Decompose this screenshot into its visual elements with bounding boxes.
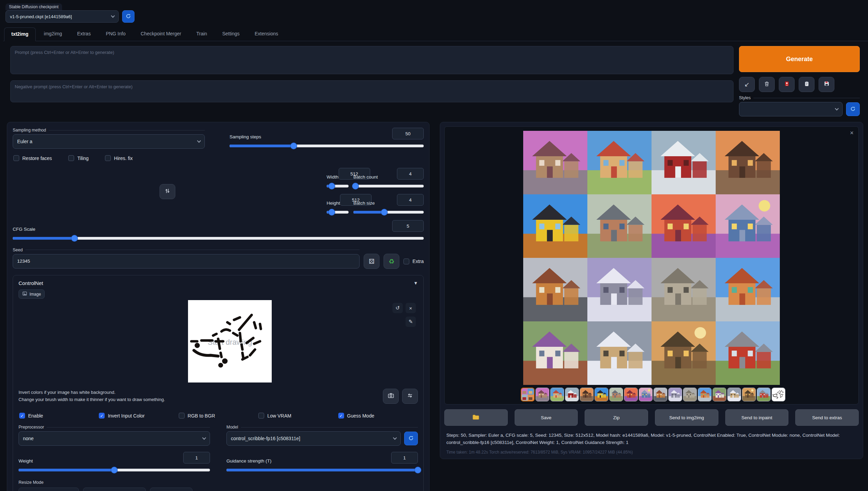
thumbnail-11[interactable] bbox=[683, 388, 697, 401]
preprocessor-dropdown[interactable]: none bbox=[19, 431, 210, 446]
tab-png-info[interactable]: PNG Info bbox=[99, 27, 132, 41]
gallery-image-7[interactable] bbox=[652, 194, 716, 258]
controlnet-header[interactable]: ControlNet ▼ bbox=[19, 280, 418, 286]
thumbnail-14[interactable] bbox=[727, 388, 741, 401]
tab-img2img[interactable]: img2img bbox=[37, 27, 69, 41]
tab-txt2img[interactable]: txt2img bbox=[4, 27, 36, 41]
zip-button[interactable]: Zip bbox=[585, 409, 648, 426]
close-gallery-button[interactable]: × bbox=[850, 129, 854, 137]
paste-arrow-button[interactable]: ↙ bbox=[739, 77, 755, 92]
thumbnail-1[interactable] bbox=[536, 388, 549, 401]
thumbnail-13[interactable] bbox=[713, 388, 726, 401]
thumbnail-3[interactable] bbox=[565, 388, 579, 401]
batch-count-slider[interactable] bbox=[353, 183, 424, 189]
send-to-extras-button[interactable]: Send to extras bbox=[795, 409, 859, 426]
thumbnail-16[interactable] bbox=[757, 388, 771, 401]
send-to-img2img-button[interactable]: Send to img2img bbox=[655, 409, 718, 426]
thumbnail-4[interactable] bbox=[580, 388, 594, 401]
gallery-image-9[interactable] bbox=[523, 258, 587, 321]
open-folder-button[interactable] bbox=[444, 409, 508, 426]
gallery-image-1[interactable] bbox=[523, 131, 587, 194]
thumbnail-15[interactable] bbox=[742, 388, 756, 401]
undo-button[interactable]: ↺ bbox=[392, 303, 403, 313]
send-to-inpaint-button[interactable]: Send to inpaint bbox=[725, 409, 789, 426]
extra-networks-card-button[interactable] bbox=[779, 77, 795, 92]
tab-extras[interactable]: Extras bbox=[70, 27, 98, 41]
save-button[interactable]: Save bbox=[515, 409, 578, 426]
swap-width-height-button[interactable] bbox=[160, 184, 175, 199]
controlnet-canvas[interactable]: Start drawing bbox=[188, 300, 272, 382]
reuse-seed-button[interactable]: ♻ bbox=[384, 254, 399, 269]
refresh-styles-button[interactable] bbox=[846, 102, 860, 116]
thumbnail-10[interactable] bbox=[668, 388, 682, 401]
controlnet-rgb-to-bgr-checkbox[interactable]: RGB to BGR bbox=[179, 413, 258, 419]
tab-settings[interactable]: Settings bbox=[215, 27, 247, 41]
resize-mode-just-resize[interactable]: Just Resize bbox=[150, 488, 192, 491]
cfg-scale-slider[interactable] bbox=[13, 235, 424, 241]
gallery-image-5[interactable] bbox=[523, 194, 587, 258]
batch-size-value[interactable]: 4 bbox=[397, 194, 424, 206]
prompt-input[interactable] bbox=[10, 46, 734, 74]
negative-prompt-input[interactable] bbox=[10, 80, 734, 102]
thumbnail-grid[interactable] bbox=[521, 388, 535, 401]
controlnet-model-dropdown[interactable]: control_scribble-fp16 [c508311e] bbox=[226, 431, 401, 446]
restore-faces-checkbox[interactable]: Restore faces bbox=[13, 155, 52, 161]
controlnet-guess-mode-checkbox[interactable]: ✓Guess Mode bbox=[338, 413, 418, 419]
image-tab-chip[interactable]: Image bbox=[19, 289, 45, 299]
gallery-image-16[interactable] bbox=[716, 321, 780, 385]
mirror-webcam-button[interactable] bbox=[402, 389, 418, 404]
tab-train[interactable]: Train bbox=[189, 27, 214, 41]
webcam-button[interactable] bbox=[383, 389, 399, 404]
controlnet-enable-checkbox[interactable]: ✓Enable bbox=[19, 413, 99, 419]
weight-value[interactable]: 1 bbox=[183, 452, 210, 464]
tab-checkpoint-merger[interactable]: Checkpoint Merger bbox=[134, 27, 188, 41]
weight-slider[interactable] bbox=[19, 467, 210, 473]
guidance-strength-slider[interactable] bbox=[226, 467, 418, 473]
resize-mode-envelope-outer-fit-[interactable]: Envelope (Outer Fit) bbox=[19, 488, 79, 491]
checkpoint-dropdown[interactable]: v1-5-pruned.ckpt [e1441589a6] bbox=[5, 10, 119, 23]
gallery-image-14[interactable] bbox=[587, 321, 652, 385]
gallery-image-3[interactable] bbox=[652, 131, 716, 194]
gallery-image-2[interactable] bbox=[587, 131, 652, 194]
thumbnail-7[interactable] bbox=[624, 388, 638, 401]
thumbnail-12[interactable] bbox=[698, 388, 712, 401]
batch-size-slider[interactable] bbox=[353, 209, 424, 215]
thumbnail-8[interactable] bbox=[639, 388, 653, 401]
tab-extensions[interactable]: Extensions bbox=[248, 27, 285, 41]
height-slider[interactable] bbox=[327, 209, 349, 215]
gallery-image-10[interactable] bbox=[587, 258, 652, 321]
clipboard-button[interactable] bbox=[799, 77, 814, 92]
gallery-image-8[interactable] bbox=[716, 194, 780, 258]
guidance-strength-value[interactable]: 1 bbox=[391, 452, 418, 464]
thumbnail-2[interactable] bbox=[550, 388, 564, 401]
thumbnail-9[interactable] bbox=[654, 388, 667, 401]
floppy-button[interactable] bbox=[819, 77, 834, 92]
gallery-image-6[interactable] bbox=[587, 194, 652, 258]
batch-count-value[interactable]: 4 bbox=[397, 168, 424, 180]
seed-input[interactable] bbox=[13, 254, 360, 269]
controlnet-low-vram-checkbox[interactable]: Low VRAM bbox=[258, 413, 338, 419]
refresh-models-button[interactable] bbox=[404, 432, 418, 445]
gallery-image-11[interactable] bbox=[652, 258, 716, 321]
sampling-steps-value[interactable]: 50 bbox=[392, 128, 424, 139]
cfg-scale-value[interactable]: 5 bbox=[392, 220, 424, 232]
sampling-method-dropdown[interactable]: Euler a bbox=[13, 134, 205, 149]
controlnet-invert-input-color-checkbox[interactable]: ✓Invert Input Color bbox=[99, 413, 178, 419]
brush-button[interactable]: ✎ bbox=[406, 317, 416, 327]
thumbnail-5[interactable] bbox=[595, 388, 608, 401]
random-seed-button[interactable]: ⚄ bbox=[364, 254, 379, 269]
sampling-steps-slider[interactable] bbox=[230, 143, 424, 149]
seed-extra-checkbox[interactable]: Extra bbox=[403, 259, 424, 264]
thumbnail-6[interactable] bbox=[609, 388, 623, 401]
width-slider[interactable] bbox=[327, 183, 349, 189]
gallery-image-4[interactable] bbox=[716, 131, 780, 194]
hires-fix-checkbox[interactable]: Hires. fix bbox=[105, 155, 132, 161]
tiling-checkbox[interactable]: Tiling bbox=[68, 155, 89, 161]
generate-button[interactable]: Generate bbox=[739, 46, 860, 72]
refresh-checkpoints-button[interactable] bbox=[122, 10, 134, 23]
gallery-image-13[interactable] bbox=[523, 321, 587, 385]
styles-dropdown[interactable] bbox=[739, 102, 843, 116]
gallery-image-15[interactable] bbox=[652, 321, 716, 385]
clear-image-button[interactable]: × bbox=[406, 303, 416, 313]
thumbnail-controlnet-scribble[interactable] bbox=[772, 388, 785, 401]
